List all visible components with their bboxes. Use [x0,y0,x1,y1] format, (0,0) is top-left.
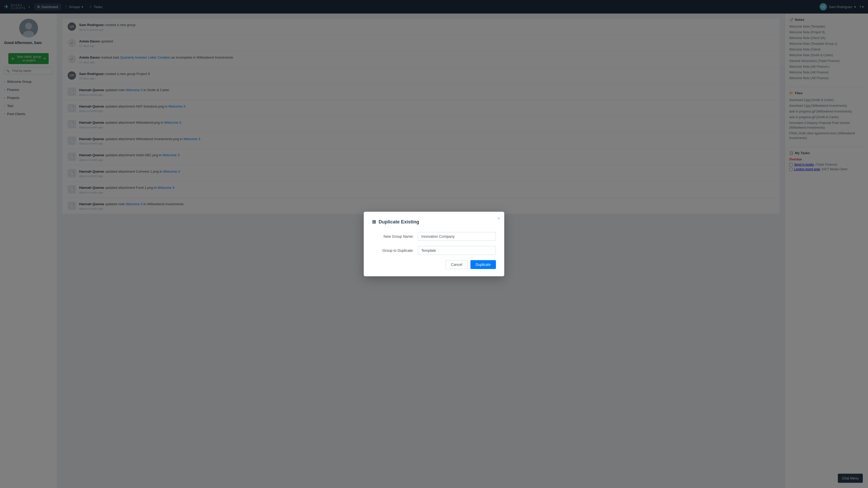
modal-title-icon: ⊞ [372,219,376,225]
new-group-name-row: New Group Name: [372,232,496,241]
group-to-duplicate-label: Group to Duplicate: [372,249,414,253]
group-to-duplicate-row: Group to Duplicate: [372,246,496,255]
modal-footer: Cancel Duplicate [372,260,496,269]
duplicate-button[interactable]: Duplicate [470,260,496,269]
modal-overlay: × ⊞ Duplicate Existing New Group Name: G… [0,0,868,488]
new-group-name-input[interactable] [418,232,496,241]
duplicate-modal: × ⊞ Duplicate Existing New Group Name: G… [364,212,504,276]
modal-title: ⊞ Duplicate Existing [372,219,496,225]
group-to-duplicate-input[interactable] [418,246,496,255]
cancel-button[interactable]: Cancel [445,260,468,269]
new-group-name-label: New Group Name: [372,234,414,238]
modal-close-button[interactable]: × [497,216,500,221]
